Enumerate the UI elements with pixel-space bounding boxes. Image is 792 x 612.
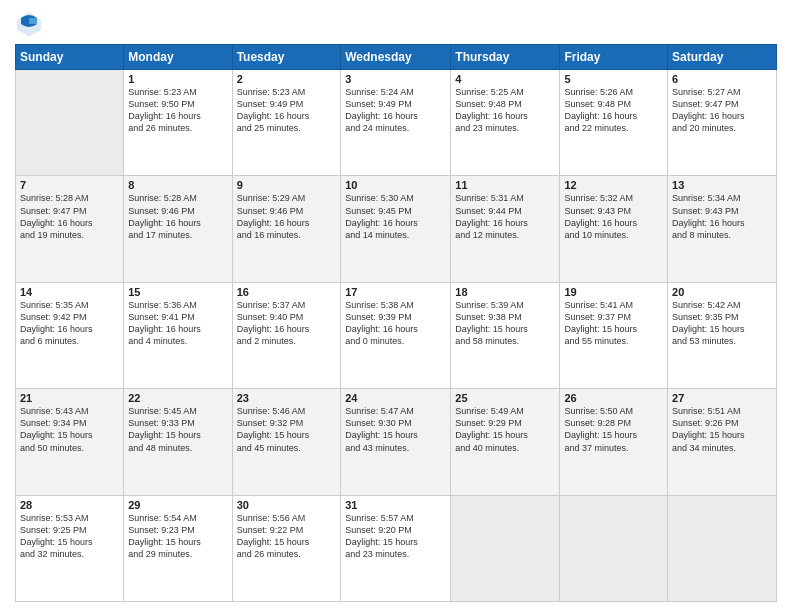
calendar-week-3: 14Sunrise: 5:35 AM Sunset: 9:42 PM Dayli… <box>16 282 777 388</box>
page: SundayMondayTuesdayWednesdayThursdayFrid… <box>0 0 792 612</box>
calendar-cell: 25Sunrise: 5:49 AM Sunset: 9:29 PM Dayli… <box>451 389 560 495</box>
calendar-cell: 21Sunrise: 5:43 AM Sunset: 9:34 PM Dayli… <box>16 389 124 495</box>
day-number: 20 <box>672 286 772 298</box>
day-number: 29 <box>128 499 227 511</box>
day-info: Sunrise: 5:28 AM Sunset: 9:47 PM Dayligh… <box>20 192 119 241</box>
calendar-cell: 8Sunrise: 5:28 AM Sunset: 9:46 PM Daylig… <box>124 176 232 282</box>
day-number: 30 <box>237 499 337 511</box>
day-number: 21 <box>20 392 119 404</box>
day-number: 31 <box>345 499 446 511</box>
calendar-cell: 15Sunrise: 5:36 AM Sunset: 9:41 PM Dayli… <box>124 282 232 388</box>
day-number: 17 <box>345 286 446 298</box>
calendar-cell <box>16 70 124 176</box>
day-info: Sunrise: 5:51 AM Sunset: 9:26 PM Dayligh… <box>672 405 772 454</box>
calendar-cell: 22Sunrise: 5:45 AM Sunset: 9:33 PM Dayli… <box>124 389 232 495</box>
calendar-header-friday: Friday <box>560 45 668 70</box>
day-info: Sunrise: 5:54 AM Sunset: 9:23 PM Dayligh… <box>128 512 227 561</box>
calendar-cell: 24Sunrise: 5:47 AM Sunset: 9:30 PM Dayli… <box>341 389 451 495</box>
calendar-table: SundayMondayTuesdayWednesdayThursdayFrid… <box>15 44 777 602</box>
day-number: 7 <box>20 179 119 191</box>
day-info: Sunrise: 5:45 AM Sunset: 9:33 PM Dayligh… <box>128 405 227 454</box>
day-number: 28 <box>20 499 119 511</box>
calendar-cell: 23Sunrise: 5:46 AM Sunset: 9:32 PM Dayli… <box>232 389 341 495</box>
day-number: 4 <box>455 73 555 85</box>
day-info: Sunrise: 5:43 AM Sunset: 9:34 PM Dayligh… <box>20 405 119 454</box>
calendar-header-sunday: Sunday <box>16 45 124 70</box>
day-info: Sunrise: 5:23 AM Sunset: 9:50 PM Dayligh… <box>128 86 227 135</box>
day-number: 6 <box>672 73 772 85</box>
day-info: Sunrise: 5:42 AM Sunset: 9:35 PM Dayligh… <box>672 299 772 348</box>
calendar-cell: 19Sunrise: 5:41 AM Sunset: 9:37 PM Dayli… <box>560 282 668 388</box>
calendar-cell <box>668 495 777 601</box>
day-number: 27 <box>672 392 772 404</box>
day-number: 8 <box>128 179 227 191</box>
calendar-cell: 18Sunrise: 5:39 AM Sunset: 9:38 PM Dayli… <box>451 282 560 388</box>
calendar-cell <box>451 495 560 601</box>
calendar-cell: 17Sunrise: 5:38 AM Sunset: 9:39 PM Dayli… <box>341 282 451 388</box>
calendar-cell: 29Sunrise: 5:54 AM Sunset: 9:23 PM Dayli… <box>124 495 232 601</box>
calendar-header-tuesday: Tuesday <box>232 45 341 70</box>
calendar-cell: 13Sunrise: 5:34 AM Sunset: 9:43 PM Dayli… <box>668 176 777 282</box>
day-number: 1 <box>128 73 227 85</box>
day-info: Sunrise: 5:28 AM Sunset: 9:46 PM Dayligh… <box>128 192 227 241</box>
day-info: Sunrise: 5:25 AM Sunset: 9:48 PM Dayligh… <box>455 86 555 135</box>
day-info: Sunrise: 5:23 AM Sunset: 9:49 PM Dayligh… <box>237 86 337 135</box>
day-number: 11 <box>455 179 555 191</box>
day-number: 9 <box>237 179 337 191</box>
calendar-week-1: 1Sunrise: 5:23 AM Sunset: 9:50 PM Daylig… <box>16 70 777 176</box>
day-info: Sunrise: 5:37 AM Sunset: 9:40 PM Dayligh… <box>237 299 337 348</box>
day-number: 13 <box>672 179 772 191</box>
calendar-header-thursday: Thursday <box>451 45 560 70</box>
calendar-cell: 1Sunrise: 5:23 AM Sunset: 9:50 PM Daylig… <box>124 70 232 176</box>
day-info: Sunrise: 5:49 AM Sunset: 9:29 PM Dayligh… <box>455 405 555 454</box>
day-info: Sunrise: 5:27 AM Sunset: 9:47 PM Dayligh… <box>672 86 772 135</box>
day-info: Sunrise: 5:24 AM Sunset: 9:49 PM Dayligh… <box>345 86 446 135</box>
logo <box>15 10 47 38</box>
calendar-header-saturday: Saturday <box>668 45 777 70</box>
calendar-week-2: 7Sunrise: 5:28 AM Sunset: 9:47 PM Daylig… <box>16 176 777 282</box>
calendar-cell: 28Sunrise: 5:53 AM Sunset: 9:25 PM Dayli… <box>16 495 124 601</box>
day-number: 3 <box>345 73 446 85</box>
day-number: 18 <box>455 286 555 298</box>
calendar-cell: 10Sunrise: 5:30 AM Sunset: 9:45 PM Dayli… <box>341 176 451 282</box>
calendar-cell: 26Sunrise: 5:50 AM Sunset: 9:28 PM Dayli… <box>560 389 668 495</box>
day-number: 22 <box>128 392 227 404</box>
day-info: Sunrise: 5:29 AM Sunset: 9:46 PM Dayligh… <box>237 192 337 241</box>
day-info: Sunrise: 5:47 AM Sunset: 9:30 PM Dayligh… <box>345 405 446 454</box>
calendar-cell: 2Sunrise: 5:23 AM Sunset: 9:49 PM Daylig… <box>232 70 341 176</box>
calendar-cell: 7Sunrise: 5:28 AM Sunset: 9:47 PM Daylig… <box>16 176 124 282</box>
calendar-cell: 11Sunrise: 5:31 AM Sunset: 9:44 PM Dayli… <box>451 176 560 282</box>
calendar-cell: 27Sunrise: 5:51 AM Sunset: 9:26 PM Dayli… <box>668 389 777 495</box>
calendar-cell: 9Sunrise: 5:29 AM Sunset: 9:46 PM Daylig… <box>232 176 341 282</box>
day-number: 25 <box>455 392 555 404</box>
calendar-cell: 5Sunrise: 5:26 AM Sunset: 9:48 PM Daylig… <box>560 70 668 176</box>
day-info: Sunrise: 5:50 AM Sunset: 9:28 PM Dayligh… <box>564 405 663 454</box>
day-info: Sunrise: 5:46 AM Sunset: 9:32 PM Dayligh… <box>237 405 337 454</box>
day-number: 14 <box>20 286 119 298</box>
day-info: Sunrise: 5:38 AM Sunset: 9:39 PM Dayligh… <box>345 299 446 348</box>
day-number: 24 <box>345 392 446 404</box>
day-info: Sunrise: 5:36 AM Sunset: 9:41 PM Dayligh… <box>128 299 227 348</box>
calendar-cell: 16Sunrise: 5:37 AM Sunset: 9:40 PM Dayli… <box>232 282 341 388</box>
day-info: Sunrise: 5:30 AM Sunset: 9:45 PM Dayligh… <box>345 192 446 241</box>
day-number: 12 <box>564 179 663 191</box>
day-info: Sunrise: 5:53 AM Sunset: 9:25 PM Dayligh… <box>20 512 119 561</box>
day-number: 26 <box>564 392 663 404</box>
day-info: Sunrise: 5:35 AM Sunset: 9:42 PM Dayligh… <box>20 299 119 348</box>
day-info: Sunrise: 5:39 AM Sunset: 9:38 PM Dayligh… <box>455 299 555 348</box>
day-number: 19 <box>564 286 663 298</box>
calendar-cell: 20Sunrise: 5:42 AM Sunset: 9:35 PM Dayli… <box>668 282 777 388</box>
calendar-cell: 14Sunrise: 5:35 AM Sunset: 9:42 PM Dayli… <box>16 282 124 388</box>
day-number: 15 <box>128 286 227 298</box>
calendar-cell: 4Sunrise: 5:25 AM Sunset: 9:48 PM Daylig… <box>451 70 560 176</box>
calendar-header-wednesday: Wednesday <box>341 45 451 70</box>
day-info: Sunrise: 5:32 AM Sunset: 9:43 PM Dayligh… <box>564 192 663 241</box>
day-number: 2 <box>237 73 337 85</box>
day-info: Sunrise: 5:41 AM Sunset: 9:37 PM Dayligh… <box>564 299 663 348</box>
calendar-cell: 30Sunrise: 5:56 AM Sunset: 9:22 PM Dayli… <box>232 495 341 601</box>
calendar-cell: 31Sunrise: 5:57 AM Sunset: 9:20 PM Dayli… <box>341 495 451 601</box>
calendar-week-5: 28Sunrise: 5:53 AM Sunset: 9:25 PM Dayli… <box>16 495 777 601</box>
calendar-week-4: 21Sunrise: 5:43 AM Sunset: 9:34 PM Dayli… <box>16 389 777 495</box>
day-number: 23 <box>237 392 337 404</box>
day-info: Sunrise: 5:57 AM Sunset: 9:20 PM Dayligh… <box>345 512 446 561</box>
